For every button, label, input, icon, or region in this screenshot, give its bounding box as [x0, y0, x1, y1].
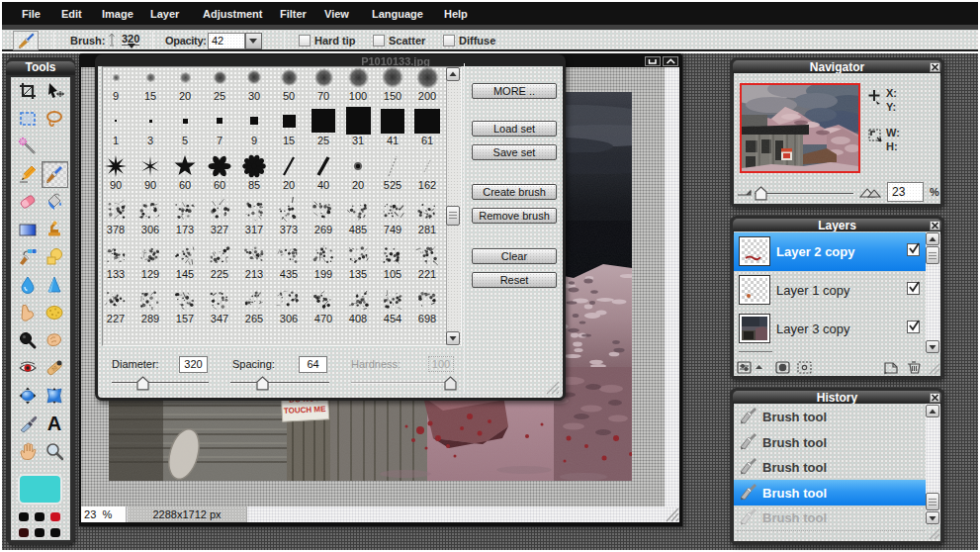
svg-text:A: A [47, 414, 61, 433]
